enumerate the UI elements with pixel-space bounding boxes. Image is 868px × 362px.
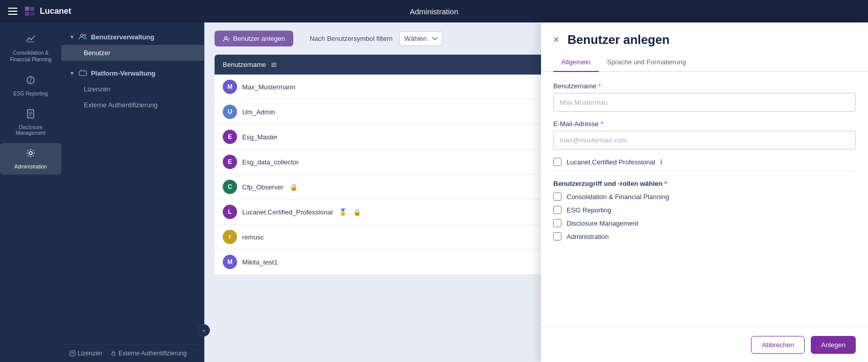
sidebar-item-administration[interactable]: Administration	[0, 143, 61, 175]
svg-point-11	[80, 34, 83, 37]
certified-info-icon[interactable]: ℹ	[660, 158, 663, 166]
sidebar-item-externe-auth[interactable]: Externe Authentifizierung	[61, 97, 204, 113]
role-row-disclosure: Disclosure Management	[553, 219, 856, 227]
user-name: Lucanet.Certified_Professional	[242, 208, 333, 216]
panel-title: Benutzer anlegen	[568, 33, 670, 47]
sidebar-item-disclosure[interactable]: Disclosure Management	[0, 104, 61, 141]
user-avatar: U	[223, 105, 237, 119]
administration-label: Administration	[14, 164, 46, 170]
sidebar-item-benutzer[interactable]: Benutzer	[61, 45, 204, 61]
platform-label: Platform-Verwaltung	[91, 69, 155, 77]
topbar-title: Administration	[410, 7, 458, 16]
left-navigation: Consolidation & Financial Planning ESG R…	[0, 22, 61, 362]
benutzerverwaltung-section: ▼ Benutzerverwaltung Benutzer	[61, 27, 204, 63]
footer-lizenzen[interactable]: Lizenzen	[69, 350, 102, 357]
email-input[interactable]	[553, 131, 856, 150]
role-checkbox-disclosure[interactable]	[553, 219, 561, 227]
role-row-cfp: Consolidation & Financial Planning	[553, 192, 856, 201]
role-label-esg[interactable]: ESG Reporting	[567, 206, 611, 214]
sidebar-collapse-button[interactable]: «	[198, 324, 210, 336]
user-name: Esg_Master	[242, 133, 277, 141]
consolidation-icon	[26, 34, 36, 46]
role-checkbox-esg[interactable]	[553, 206, 561, 214]
tab-allgemein[interactable]: Allgemein	[553, 53, 599, 72]
chevron-down-icon: ▼	[69, 34, 75, 40]
svg-rect-3	[30, 12, 34, 16]
sidebar-item-lizenzen[interactable]: Lizenzen	[61, 81, 204, 97]
logo-icon	[24, 5, 36, 17]
sidebar-item-esg[interactable]: ESG Reporting	[0, 70, 61, 102]
role-checkbox-admin[interactable]	[553, 232, 561, 240]
svg-rect-13	[79, 71, 86, 76]
roles-required: *	[664, 180, 667, 187]
benutzer-label: Benutzer	[84, 49, 110, 57]
role-label-cfp[interactable]: Consolidation & Financial Planning	[567, 193, 669, 201]
add-user-label: Benutzer anlegen	[233, 35, 285, 42]
tab-sprache[interactable]: Sprache und Formatierung	[599, 53, 694, 72]
footer-externe-auth[interactable]: Externe Authentifizierung	[110, 350, 186, 357]
esg-label: ESG Reporting	[13, 91, 48, 96]
divider	[553, 171, 856, 172]
second-sidebar: ▼ Benutzerverwaltung Benutzer ▼ Platform…	[61, 22, 204, 362]
chevron-down-icon-2: ▼	[69, 70, 75, 76]
user-avatar: M	[223, 255, 237, 269]
svg-rect-0	[25, 7, 29, 11]
role-checkbox-cfp[interactable]	[553, 192, 561, 201]
esg-icon	[26, 75, 36, 88]
logo-text: Lucanet	[40, 7, 71, 16]
user-name: Esg_data_collector	[242, 158, 299, 166]
sidebar-item-consolidation[interactable]: Consolidation & Financial Planning	[0, 29, 61, 68]
user-name: remusc	[242, 233, 264, 241]
panel-footer: Abbrechen Anlegen	[541, 327, 868, 362]
user-symbol-filter[interactable]: Wählen Aktiv Inaktiv	[399, 31, 442, 46]
topbar: Lucanet Administration	[0, 0, 868, 22]
certified-checkbox[interactable]	[553, 158, 561, 166]
benutzername-field-label: Benutzername *	[553, 82, 856, 90]
platform-section: ▼ Platform-Verwaltung Lizenzen Externe A…	[61, 63, 204, 115]
email-field-group: E-Mail-Adresse *	[553, 120, 856, 150]
role-label-admin[interactable]: Administration	[567, 233, 608, 240]
cancel-button[interactable]: Abbrechen	[751, 336, 805, 354]
add-user-button[interactable]: Benutzer anlegen	[215, 31, 293, 46]
svg-point-12	[84, 34, 86, 36]
platform-header[interactable]: ▼ Platform-Verwaltung	[61, 65, 204, 81]
hamburger-menu[interactable]	[8, 8, 17, 15]
user-avatar: E	[223, 130, 237, 144]
sidebar-footer: Lizenzen Externe Authentifizierung	[61, 344, 204, 362]
panel-tabs: Allgemein Sprache und Formatierung	[541, 53, 868, 72]
user-name: Mikita_test1	[242, 258, 277, 266]
required-indicator: *	[598, 82, 601, 90]
lizenzen-label: Lizenzen	[84, 85, 110, 93]
email-field-label: E-Mail-Adresse *	[553, 120, 856, 128]
user-name: Max_Mustermann	[242, 83, 295, 91]
certified-badge-icon: 🏅	[339, 208, 347, 216]
svg-rect-2	[25, 12, 29, 16]
add-user-icon	[223, 35, 230, 42]
benutzername-field-group: Benutzername *	[553, 82, 856, 112]
svg-rect-1	[30, 7, 34, 11]
panel-close-button[interactable]: ×	[553, 34, 559, 45]
user-avatar: E	[223, 155, 237, 169]
filter-label: Nach Benutzersymbol filtern	[310, 35, 393, 42]
benutzerverwaltung-label: Benutzerverwaltung	[91, 33, 154, 41]
column-menu-icon[interactable]	[270, 61, 277, 68]
user-avatar: r	[223, 230, 237, 244]
svg-point-20	[225, 36, 227, 39]
create-button[interactable]: Anlegen	[811, 336, 856, 354]
col-benutzername[interactable]: Benutzername	[215, 55, 388, 75]
lizenzen-footer-icon	[69, 350, 76, 356]
user-avatar: L	[223, 205, 237, 219]
role-label-disclosure[interactable]: Disclosure Management	[567, 220, 638, 227]
role-row-esg: ESG Reporting	[553, 206, 856, 214]
certified-checkbox-row: Lucanet.Certified Professional ℹ	[553, 158, 856, 166]
svg-point-10	[29, 152, 32, 155]
benutzerverwaltung-header[interactable]: ▼ Benutzerverwaltung	[61, 29, 204, 45]
email-required-indicator: *	[600, 120, 603, 128]
disclosure-icon	[26, 109, 36, 122]
footer-lizenzen-label: Lizenzen	[78, 350, 102, 357]
panel-body: Benutzername * E-Mail-Adresse * Lucanet.…	[541, 72, 868, 327]
consolidation-label: Consolidation & Financial Planning	[4, 50, 57, 63]
certified-label[interactable]: Lucanet.Certified Professional	[567, 158, 655, 166]
lock-icon: 🔒	[290, 183, 298, 191]
benutzername-input[interactable]	[553, 93, 856, 112]
